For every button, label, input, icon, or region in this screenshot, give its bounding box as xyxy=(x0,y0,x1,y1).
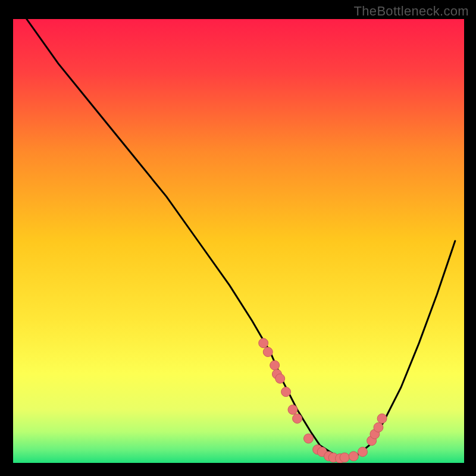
chart-container: TheBottleneck.com xyxy=(0,0,476,476)
data-marker xyxy=(349,452,358,461)
data-marker xyxy=(358,447,367,456)
data-marker xyxy=(281,387,291,397)
data-marker xyxy=(270,361,280,370)
data-marker xyxy=(259,339,268,348)
data-marker xyxy=(304,434,314,443)
data-marker xyxy=(374,422,383,432)
data-marker xyxy=(340,453,349,462)
data-marker xyxy=(377,414,387,423)
plot-area xyxy=(13,19,464,463)
watermark-text: TheBottleneck.com xyxy=(354,4,469,19)
data-marker xyxy=(288,405,298,415)
data-marker xyxy=(275,374,285,383)
data-marker xyxy=(293,414,302,423)
data-marker xyxy=(263,347,273,357)
chart-svg xyxy=(13,19,464,463)
